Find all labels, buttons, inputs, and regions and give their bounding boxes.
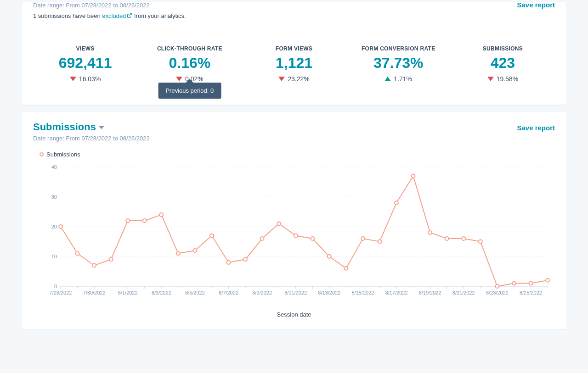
triangle-down-icon (176, 77, 182, 81)
chart-legend: Submissions (40, 151, 555, 158)
x-tick: 8/13/2022 (318, 290, 340, 295)
caret-down-icon (99, 121, 104, 133)
x-tick: 8/11/2022 (284, 290, 307, 295)
data-point (176, 252, 180, 256)
x-tick: 8/17/2022 (385, 290, 408, 295)
metric-change: 23.22% (242, 75, 346, 83)
x-tick: 8/5/2022 (185, 290, 205, 295)
metric-2: FORM VIEWS1,12123.22% (242, 45, 346, 83)
data-point (479, 240, 482, 244)
data-point (76, 252, 79, 256)
metric-change: 1.71% (346, 75, 451, 83)
data-point (378, 240, 381, 244)
y-tick: 40 (51, 164, 57, 170)
metric-value: 423 (451, 55, 555, 72)
x-tick: 8/25/2022 (520, 290, 542, 295)
data-point (227, 261, 231, 264)
metric-change-value: 1.71% (394, 75, 412, 83)
metric-change-value: 19.58% (497, 75, 518, 83)
data-point (512, 282, 516, 285)
data-point (210, 234, 214, 238)
data-point (143, 219, 147, 223)
metric-value: 0.16% (137, 55, 242, 72)
svg-line-0 (129, 14, 132, 17)
chart-title-dropdown[interactable]: Submissions (33, 121, 150, 133)
data-point (495, 284, 499, 288)
tooltip: Previous period: 0 (158, 83, 221, 99)
x-tick: 7/30/2022 (83, 290, 106, 295)
data-point (193, 249, 197, 252)
save-report-link[interactable]: Save report (517, 124, 555, 132)
data-point (311, 237, 314, 240)
excluded-link[interactable]: excluded (102, 12, 126, 19)
metric-change: 16.03% (33, 75, 137, 83)
metrics-row: VIEWS692,41116.03%CLICK-THROUGH RATE0.16… (33, 45, 555, 94)
data-point (92, 264, 96, 267)
x-tick: 8/9/2022 (252, 290, 272, 295)
data-point (462, 237, 465, 240)
y-tick: 20 (51, 224, 57, 229)
x-tick: 7/28/2022 (50, 290, 72, 295)
data-point (412, 174, 415, 178)
metric-value: 37.73% (346, 55, 451, 72)
metric-label: SUBMISSIONS (451, 45, 555, 52)
triangle-up-icon (384, 77, 391, 81)
metric-label: FORM VIEWS (242, 45, 346, 52)
legend-marker-icon (40, 152, 44, 156)
chart-area: 0102030407/28/20227/30/20228/1/20228/3/2… (33, 162, 555, 309)
metric-label: FORM CONVERSION RATE (346, 45, 451, 52)
metrics-card: Save report Date range: From 07/28/2022 … (22, 2, 566, 105)
triangle-down-icon (70, 77, 76, 81)
x-tick: 8/15/2022 (351, 290, 374, 295)
data-point (159, 213, 163, 217)
triangle-down-icon (278, 77, 285, 81)
data-point (294, 234, 298, 238)
excluded-prefix: 1 submissions have been (33, 12, 102, 19)
y-tick: 30 (51, 194, 57, 200)
data-point (395, 201, 398, 205)
metric-0: VIEWS692,41116.03% (33, 45, 137, 83)
data-point (546, 278, 549, 282)
data-point (243, 258, 247, 262)
data-point (109, 258, 113, 262)
y-tick: 0 (54, 284, 57, 289)
data-point (428, 231, 432, 234)
metric-4: SUBMISSIONS42319.58% (451, 45, 555, 83)
data-point (328, 255, 331, 258)
x-tick: 8/19/2022 (419, 290, 441, 295)
x-tick: 8/23/2022 (486, 290, 509, 295)
excluded-line: 1 submissions have been excluded from yo… (33, 12, 555, 20)
x-tick: 8/1/2022 (118, 290, 138, 295)
chart-date-range: Date range: From 07/28/2022 to 08/26/202… (33, 135, 150, 142)
excluded-suffix: from your analytics. (132, 12, 186, 19)
line-chart: 0102030407/28/20227/30/20228/1/20228/3/2… (47, 162, 552, 300)
chart-title-label: Submissions (33, 121, 96, 133)
external-link-icon (127, 13, 132, 20)
series-line (61, 176, 548, 287)
data-point (59, 225, 62, 228)
triangle-down-icon (487, 77, 494, 81)
metric-value: 1,121 (242, 55, 346, 72)
y-tick: 10 (51, 254, 57, 259)
data-point (361, 237, 365, 240)
metric-label: CLICK-THROUGH RATE (137, 45, 242, 52)
metric-3: FORM CONVERSION RATE37.73%1.71% (346, 45, 451, 83)
metric-value: 692,411 (33, 55, 137, 72)
data-point (260, 237, 264, 240)
x-tick: 8/3/2022 (152, 290, 171, 295)
metric-change: 19.58% (451, 75, 555, 83)
legend-label: Submissions (46, 151, 80, 158)
data-point (445, 237, 449, 240)
save-report-link[interactable]: Save report (517, 1, 555, 9)
chart-card: Submissions Date range: From 07/28/2022 … (22, 112, 566, 329)
data-point (344, 267, 348, 270)
data-point (126, 219, 130, 223)
date-range-text: Date range: From 07/28/2022 to 08/26/202… (33, 2, 555, 9)
data-point (529, 282, 532, 285)
metric-change-value: 23.22% (288, 75, 309, 83)
data-point (277, 222, 281, 226)
x-tick: 8/7/2022 (219, 290, 238, 295)
metric-1: CLICK-THROUGH RATE0.16%0.02%Previous per… (137, 45, 242, 83)
x-tick: 8/21/2022 (452, 290, 475, 295)
metric-label: VIEWS (33, 45, 137, 52)
